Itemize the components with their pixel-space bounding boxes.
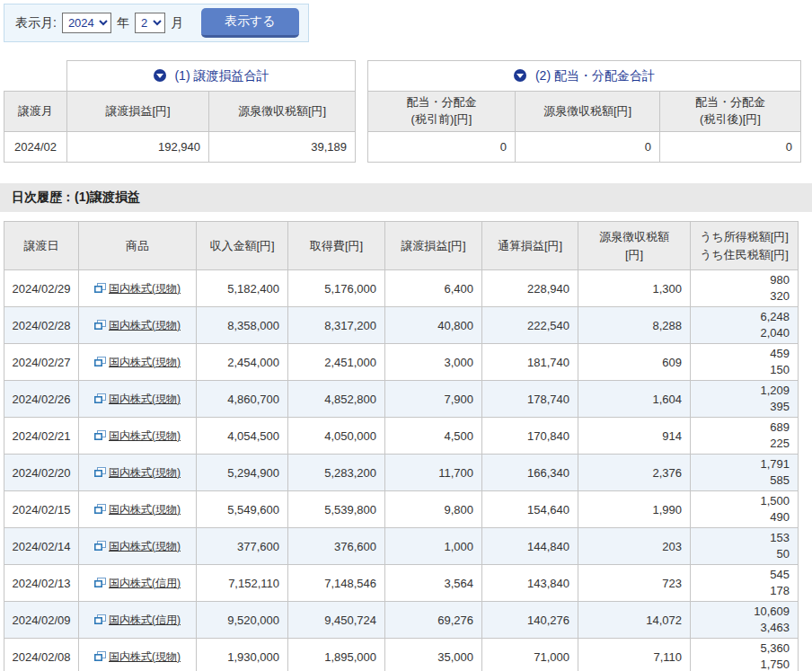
table-row: 2024/02/15国内株式(現物)5,549,6005,539,8009,80… [4,491,799,528]
cell-cumulative-gain: 143,840 [482,565,578,602]
product-link[interactable]: 国内株式(信用) [94,614,181,626]
product-link[interactable]: 国内株式(現物) [94,466,181,479]
product-link[interactable]: 国内株式(現物) [94,356,181,368]
product-link[interactable]: 国内株式(現物) [94,319,181,331]
cell-tax-breakdown: 980320 [691,270,799,307]
collapse-down-arrow-icon[interactable] [154,69,166,82]
popup-window-icon [94,651,106,662]
cell-withholding-tax: 203 [578,528,691,565]
table-row: 2024/02/26国内株式(現物)4,860,7004,852,8007,90… [4,381,799,418]
product-link[interactable]: 国内株式(現物) [94,393,181,405]
cell-withholding-tax: 7,110 [578,639,691,671]
column-header: 取得費[円] [288,222,385,270]
cell-income-amount: 2,454,000 [197,344,288,381]
cell-cumulative-gain: 166,340 [482,455,578,491]
cell-cumulative-gain: 144,840 [482,528,578,565]
cell-income-amount: 9,520,000 [197,602,288,639]
year-suffix-label: 年 [117,15,129,31]
cell-acquisition-cost: 9,450,724 [288,602,385,639]
cell-income-amount: 8,358,000 [197,307,288,344]
daily-table-body: 2024/02/29国内株式(現物)5,182,4005,176,0006,40… [4,270,799,671]
year-select[interactable]: 2024 [62,13,111,33]
cell-income-amount: 4,054,500 [197,418,288,455]
cell-income-amount: 5,549,600 [197,491,288,528]
cell-product: 国内株式(現物) [79,639,197,671]
column-header: うち所得税額[円]うち住民税額[円] [691,222,799,270]
cell-transfer-date: 2024/02/08 [4,639,79,671]
popup-window-icon [94,467,106,478]
product-link[interactable]: 国内株式(現物) [94,650,181,663]
cell-cumulative-gain: 140,276 [482,602,578,639]
cell-product: 国内株式(現物) [79,455,197,491]
cell-income-amount: 4,860,700 [197,381,288,418]
month-select[interactable]: 2 [135,13,165,33]
cell-acquisition-cost: 5,176,000 [288,270,385,307]
cell-transfer-gain: 3,564 [385,565,482,602]
cell-cumulative-gain: 154,640 [482,491,578,528]
summary-data-row: 2024/02192,94039,189 [4,132,356,163]
product-link[interactable]: 国内株式(現物) [94,429,181,442]
daily-history-section-title: 日次履歴：(1)譲渡損益 [0,183,812,212]
cell-transfer-gain: 6,400 [385,270,482,307]
cell-withholding-tax: 1,604 [578,381,691,418]
column-header: 源泉徴収税額[円] [578,222,691,270]
daily-gain-loss-table: 譲渡日商品収入金額[円]取得費[円]譲渡損益[円]通算損益[円]源泉徴収税額[円… [4,221,799,671]
cell-transfer-gain: 4,500 [385,418,482,455]
transfer-summary-title: (1) 譲渡損益合計 [67,61,356,92]
table-row: 2024/02/27国内株式(現物)2,454,0002,451,0003,00… [4,344,799,381]
column-header: 源泉徴収税額[円] [209,92,356,132]
table-row: 2024/02/28国内株式(現物)8,358,0008,317,20040,8… [4,307,799,344]
transfer-summary-title-text: (1) 譲渡損益合計 [174,68,269,83]
product-link[interactable]: 国内株式(現物) [94,540,181,552]
popup-window-icon [94,320,106,331]
cell-product: 国内株式(現物) [79,418,197,455]
column-header: 通算損益[円] [482,222,578,270]
summary-value: 0 [516,132,660,163]
cell-transfer-date: 2024/02/14 [4,528,79,565]
summary-header-row: 譲渡月譲渡損益[円]源泉徴収税額[円] [4,92,356,132]
cell-transfer-gain: 11,700 [385,455,482,491]
dividend-summary-title: (2) 配当・分配金合計 [368,61,801,92]
cell-transfer-date: 2024/02/26 [4,381,79,418]
cell-transfer-date: 2024/02/20 [4,455,79,491]
cell-cumulative-gain: 181,740 [482,344,578,381]
cell-cumulative-gain: 228,940 [482,270,578,307]
cell-product: 国内株式(信用) [79,602,197,639]
cell-acquisition-cost: 7,148,546 [288,565,385,602]
product-link[interactable]: 国内株式(現物) [94,503,181,516]
cell-withholding-tax: 723 [578,565,691,602]
cell-acquisition-cost: 376,600 [288,528,385,565]
cell-tax-breakdown: 545178 [691,565,799,602]
summary-value: 0 [660,132,801,163]
cell-product: 国内株式(現物) [79,344,197,381]
dividend-summary-title-text: (2) 配当・分配金合計 [535,68,655,83]
cell-transfer-date: 2024/02/13 [4,565,79,602]
cell-transfer-date: 2024/02/15 [4,491,79,528]
cell-withholding-tax: 8,288 [578,307,691,344]
summary-value: 0 [368,132,516,163]
cell-transfer-date: 2024/02/29 [4,270,79,307]
cell-cumulative-gain: 71,000 [482,639,578,671]
cell-tax-breakdown: 10,6093,463 [691,602,799,639]
table-row: 2024/02/13国内株式(信用)7,152,1107,148,5463,56… [4,565,799,602]
cell-income-amount: 377,600 [197,528,288,565]
summary-value: 39,189 [209,132,356,163]
popup-window-icon [94,283,106,294]
summary-spacer-cell [4,61,67,92]
cell-transfer-gain: 9,800 [385,491,482,528]
cell-transfer-gain: 35,000 [385,639,482,671]
product-link[interactable]: 国内株式(現物) [94,282,181,295]
collapse-down-arrow-icon[interactable] [514,69,526,82]
column-header: 源泉徴収税額[円] [516,92,660,132]
popup-window-icon [94,357,106,367]
dividend-summary-table: (2) 配当・分配金合計 配当・分配金(税引前)[円]源泉徴収税額[円]配当・分… [367,60,801,163]
product-link[interactable]: 国内株式(信用) [94,577,181,589]
summary-section: (1) 譲渡損益合計 譲渡月譲渡損益[円]源泉徴収税額[円] 2024/0219… [4,60,808,163]
summary-value: 2024/02 [4,132,67,163]
display-month-filter-bar: 表示月: 2024 年 2 月 表示する [4,4,309,42]
summary-title-row: (2) 配当・分配金合計 [368,61,801,92]
cell-product: 国内株式(信用) [79,565,197,602]
display-button[interactable]: 表示する [201,8,299,38]
cell-transfer-date: 2024/02/27 [4,344,79,381]
column-header: 譲渡月 [4,92,67,132]
